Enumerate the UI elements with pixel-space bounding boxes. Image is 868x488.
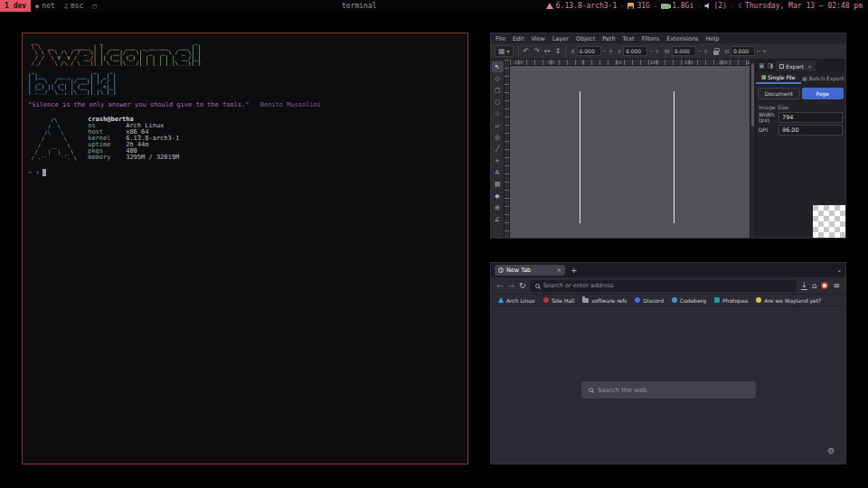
menu-filters[interactable]: Filters xyxy=(642,35,659,42)
rectangle-tool-icon[interactable]: □ xyxy=(492,85,504,96)
workspace-3-msc[interactable]: ♫ msc xyxy=(60,0,89,12)
forward-button[interactable]: → xyxy=(508,281,515,290)
box3d-tool-icon[interactable]: ▱ xyxy=(492,120,504,131)
menu-edit[interactable]: Edit xyxy=(513,35,524,42)
selection-mode-dropdown[interactable]: ▦▾ xyxy=(495,45,514,57)
url-bar[interactable] xyxy=(531,280,797,292)
personalize-gear-icon[interactable]: ⚙ xyxy=(827,446,835,455)
menu-layer[interactable]: Layer xyxy=(552,35,569,42)
scrollbar-thumb[interactable] xyxy=(751,63,754,127)
shell-prompt[interactable]: ~ › xyxy=(28,169,462,176)
increment-button[interactable]: + xyxy=(655,48,660,55)
bookmark-software-refs[interactable]: software refs xyxy=(582,297,627,304)
export-dpi-input[interactable] xyxy=(778,125,843,136)
bookmark-codeberg[interactable]: Codeberg xyxy=(672,297,706,304)
gradient-tool-icon[interactable]: ▤ xyxy=(492,179,504,190)
music-note-icon: ♫ xyxy=(64,3,68,10)
list-tabs-chevron-icon[interactable]: ⌄ xyxy=(836,267,842,274)
menu-path[interactable]: Path xyxy=(602,35,615,42)
increment-button[interactable]: + xyxy=(608,48,613,55)
ellipse-tool-icon[interactable]: ○ xyxy=(492,97,504,108)
x-coordinate-field[interactable]: X 0.000 −+ xyxy=(571,46,613,56)
new-tab-button[interactable]: + xyxy=(571,266,578,275)
lock-ratio-icon[interactable] xyxy=(713,51,719,55)
y-value[interactable]: 0.000 xyxy=(623,46,647,56)
h-value[interactable]: 0.000 xyxy=(731,46,755,56)
extension-icon[interactable] xyxy=(821,282,828,289)
increment-button[interactable]: + xyxy=(762,48,768,55)
fetch-block: /\ / \ /\ \ / \ / __ \ / | | __\ /_-'' '… xyxy=(28,117,462,161)
y-label: Y xyxy=(618,48,621,54)
page-left-edge xyxy=(580,91,580,223)
export-width-input[interactable] xyxy=(778,112,843,123)
width-field[interactable]: W 0.000 −+ xyxy=(665,46,709,56)
browser-tab-new-tab[interactable]: New Tab × xyxy=(495,265,565,276)
document-button[interactable]: Document xyxy=(758,88,800,99)
decrement-button[interactable]: − xyxy=(697,48,703,55)
volume-text: (2) xyxy=(713,2,726,10)
dialog-settings-icon[interactable]: ▣ xyxy=(759,62,765,70)
star-tool-icon[interactable]: ☆ xyxy=(492,108,504,119)
menu-text[interactable]: Text xyxy=(623,35,635,42)
dropper-tool-icon[interactable]: ◆ xyxy=(492,191,504,202)
spiral-tool-icon[interactable]: ◎ xyxy=(492,132,504,143)
bookmark-arch-linux[interactable]: Arch Linux xyxy=(498,297,535,304)
back-button[interactable]: ← xyxy=(496,281,504,290)
workspace-1-dev[interactable]: 1 dev xyxy=(0,0,31,12)
speaker-icon xyxy=(704,3,711,9)
pencil-tool-icon[interactable]: ╱ xyxy=(492,144,504,155)
dialog-float-icon[interactable]: ◨ xyxy=(768,62,774,70)
web-search-input[interactable] xyxy=(598,387,749,394)
page-button[interactable]: Page xyxy=(802,88,844,99)
close-tab-icon[interactable]: × xyxy=(557,267,561,274)
menu-help[interactable]: Help xyxy=(705,35,719,42)
selector-tool-icon[interactable]: ↖ xyxy=(492,61,504,72)
zoom-tool-icon[interactable]: ⊕ xyxy=(492,202,504,213)
flip-horizontal-icon[interactable]: ↔ xyxy=(544,47,551,55)
tab-batch-export[interactable]: ▦ Batch Export xyxy=(801,72,846,84)
canvas[interactable]: -100 -50 0 50 100 150 200 250 xyxy=(505,60,750,238)
workspace-4[interactable]: □ xyxy=(88,0,100,12)
flip-vertical-icon[interactable]: ↕ xyxy=(555,47,561,55)
menu-object[interactable]: Object xyxy=(576,35,595,42)
increment-button[interactable]: + xyxy=(703,48,709,55)
bookmark-are-we-wayland-yet[interactable]: Are we Wayland yet? xyxy=(756,297,821,304)
bookmark-tate-hall[interactable]: Tate Hall xyxy=(543,297,575,304)
fetch-info: crash@bertha osArch Linux hostx86_64 ker… xyxy=(88,117,179,161)
y-coordinate-field[interactable]: Y 0.000 −+ xyxy=(618,46,659,56)
x-value[interactable]: 0.000 xyxy=(577,46,601,56)
rotate-cw-icon[interactable]: ↷ xyxy=(533,47,540,55)
rotate-ccw-icon[interactable]: ↶ xyxy=(524,47,530,55)
menu-icon[interactable]: ≡ xyxy=(833,281,840,290)
url-input[interactable] xyxy=(543,282,792,289)
decrement-button[interactable]: − xyxy=(602,48,608,55)
disk-icon xyxy=(627,3,634,9)
workspace-2-net[interactable]: ◉ net xyxy=(31,0,60,12)
menu-extensions[interactable]: Extensions xyxy=(666,35,698,42)
pen-tool-icon[interactable]: + xyxy=(492,155,504,166)
bookmark-discord[interactable]: Discord xyxy=(635,297,664,304)
menu-file[interactable]: File xyxy=(495,35,505,42)
measure-tool-icon[interactable]: ∠ xyxy=(492,214,504,225)
browser-window: New Tab × + ⌄ ← → ↻ ↓ ⌂ ≡ Arch Linux Tat… xyxy=(490,262,846,465)
decrement-button[interactable]: − xyxy=(756,48,761,55)
node-tool-icon[interactable]: ◇ xyxy=(492,73,504,84)
terminal-window[interactable]: __ _ _ \ \ __ _____ | | ___ ___ _ __ ___… xyxy=(22,33,468,465)
tab-single-file[interactable]: Single File xyxy=(756,72,801,84)
close-icon[interactable]: × xyxy=(807,63,812,70)
prompt-arrow: › xyxy=(35,169,39,176)
height-field[interactable]: H 0.000 −+ xyxy=(724,46,767,56)
fetch-key: memory xyxy=(88,155,126,161)
downloads-icon[interactable]: ↓ xyxy=(801,282,807,290)
home-icon[interactable]: ⌂ xyxy=(812,281,817,290)
codeberg-favicon xyxy=(672,297,677,303)
export-dialog-tab[interactable]: Export × xyxy=(776,61,816,71)
decrement-button[interactable]: − xyxy=(648,48,654,55)
reload-button[interactable]: ↻ xyxy=(519,281,526,290)
menu-view[interactable]: View xyxy=(531,35,544,42)
text-tool-icon[interactable]: A xyxy=(492,167,504,178)
search-icon xyxy=(535,284,540,288)
bookmark-photopea[interactable]: Photopea xyxy=(714,297,748,304)
w-value[interactable]: 0.000 xyxy=(672,46,696,56)
web-search-box[interactable] xyxy=(581,381,756,399)
